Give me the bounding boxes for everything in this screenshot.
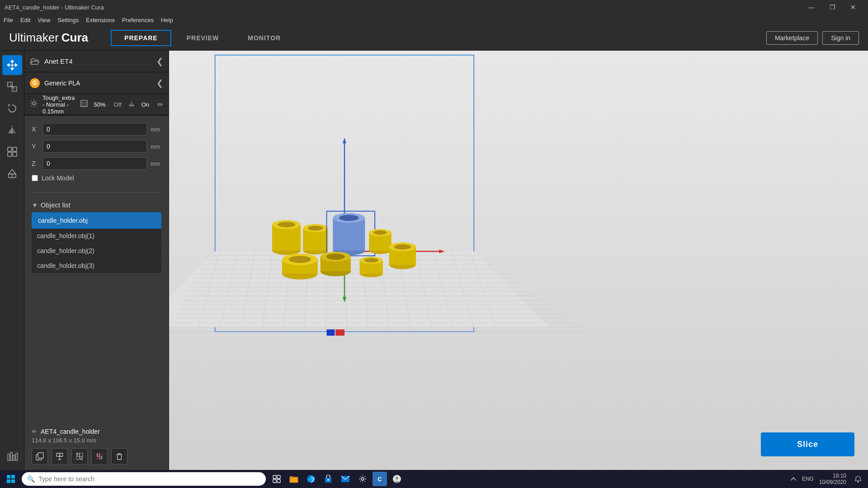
svg-rect-128 [341, 476, 349, 482]
mail-icon[interactable] [338, 472, 353, 486]
x-label: X [32, 126, 39, 133]
panel-divider [32, 192, 161, 193]
file-explorer-icon[interactable] [287, 472, 301, 486]
transform-panel: X mm Y mm Z mm Lock Model [24, 116, 169, 189]
signin-button[interactable]: Sign in [822, 31, 859, 45]
menu-help[interactable]: Help [161, 17, 173, 23]
object-item-2[interactable]: candle_holder.obj(2) [32, 244, 161, 258]
candle-holder-6 [321, 252, 351, 276]
settings-icon[interactable] [355, 472, 370, 486]
edge-browser-icon[interactable] [304, 472, 318, 486]
svg-rect-35 [97, 454, 99, 456]
obj-action-multiply[interactable] [32, 448, 48, 465]
object-name-row: ✏ AET4_candle_holder [32, 428, 161, 435]
app-logo: Ultimaker Cura [9, 31, 88, 45]
object-actions [32, 448, 161, 465]
tab-monitor[interactable]: MONITOR [234, 30, 294, 46]
svg-point-88 [308, 225, 323, 230]
chevron-up-icon[interactable] [790, 476, 797, 482]
slice-button[interactable]: Slice [761, 432, 854, 456]
object-list-title: Object list [41, 201, 71, 209]
svg-rect-28 [57, 453, 60, 456]
minimize-button[interactable]: — [801, 0, 822, 14]
cura-taskbar-icon[interactable]: C [373, 472, 387, 486]
svg-marker-74 [343, 138, 346, 144]
material-badge: ① [30, 78, 40, 88]
tool-per-model[interactable] [2, 142, 22, 162]
tool-custom[interactable] [2, 446, 22, 466]
printer-nav-arrow[interactable]: ❮ [156, 56, 163, 66]
x-coord-row: X mm [32, 123, 161, 136]
printer-folder-icon[interactable]: 🗁 [30, 56, 40, 67]
taskbar-search-input[interactable] [38, 475, 260, 483]
slice-area: Slice [761, 432, 854, 456]
printer-bar: 🗁 Anet ET4 ❮ [24, 51, 169, 72]
svg-point-101 [289, 256, 311, 263]
menu-file[interactable]: File [4, 17, 13, 23]
close-button[interactable]: ✕ [843, 0, 863, 14]
svg-rect-114 [7, 475, 10, 479]
obj-action-delete[interactable] [111, 448, 127, 465]
tool-support[interactable] [2, 164, 22, 183]
tool-scale[interactable] [2, 77, 22, 97]
marketplace-button[interactable]: Marketplace [766, 31, 818, 45]
tab-preview[interactable]: PREVIEW [173, 30, 233, 46]
object-item-0[interactable]: candle_holder.obj [32, 212, 161, 229]
window-title: AET4_candle_holder - Ultimaker Cura [5, 4, 801, 11]
object-item-1[interactable]: candle_holder.obj(1) [32, 229, 161, 244]
y-unit: mm [151, 143, 161, 150]
obj-action-merge[interactable] [52, 448, 68, 465]
object-list-header: ▼ Object list [32, 201, 161, 209]
store-icon[interactable] [321, 472, 335, 486]
adhesion-icon [128, 100, 135, 109]
svg-rect-6 [8, 147, 12, 151]
svg-rect-80 [326, 329, 335, 336]
tool-move[interactable] [2, 55, 22, 75]
object-list-section: ▼ Object list candle_holder.obj candle_h… [24, 197, 169, 422]
lock-model-checkbox[interactable] [32, 175, 38, 181]
titlebar: AET4_candle_holder - Ultimaker Cura — ❐ … [0, 0, 868, 14]
left-panel: 🗁 Anet ET4 ❮ ① Generic PLA ❮ Tough_extra… [24, 51, 169, 470]
menu-preferences[interactable]: Preferences [122, 17, 154, 23]
y-label: Y [32, 143, 39, 150]
object-item-3[interactable]: candle_holder.obj(3) [32, 258, 161, 273]
nav-tabs: PREPARE PREVIEW MONITOR [111, 30, 294, 46]
maximize-button[interactable]: ❐ [822, 0, 843, 14]
settings-edit-icon[interactable]: ✏ [157, 100, 163, 109]
y-input[interactable] [42, 140, 147, 153]
main-toolbar: Ultimaker Cura PREPARE PREVIEW MONITOR M… [0, 25, 868, 51]
tool-mirror[interactable] [2, 120, 22, 140]
tool-rotate[interactable] [2, 99, 22, 118]
obj-action-ungroup[interactable] [91, 448, 108, 465]
collapse-icon[interactable]: ▼ [32, 202, 38, 209]
svg-marker-4 [8, 127, 12, 133]
object-info: ✏ AET4_candle_holder 114.8 x 106.5 x 15.… [24, 422, 169, 470]
menu-extensions[interactable]: Extensions [86, 17, 115, 23]
infill-percent: 50% [94, 101, 106, 108]
unknown-app-icon[interactable] [390, 472, 404, 486]
candle-holder-4 [369, 229, 391, 254]
menu-view[interactable]: View [38, 17, 50, 23]
candle-holder-2 [303, 224, 328, 254]
x-input[interactable] [42, 123, 147, 136]
obj-action-group[interactable] [71, 448, 88, 465]
taskbar-search-box[interactable]: 🔍 [22, 472, 266, 486]
svg-point-129 [361, 478, 364, 480]
candle-holder-3-selected [326, 211, 375, 256]
material-nav-arrow[interactable]: ❮ [156, 78, 163, 88]
menu-edit[interactable]: Edit [20, 17, 30, 23]
menu-settings[interactable]: Settings [57, 17, 79, 23]
3d-viewport[interactable]: Slice [169, 51, 868, 470]
svg-rect-120 [273, 479, 276, 483]
svg-line-37 [96, 453, 103, 460]
notification-button[interactable] [852, 473, 864, 485]
z-input[interactable] [42, 157, 147, 170]
z-unit: mm [151, 160, 161, 167]
start-button[interactable] [4, 472, 18, 486]
svg-rect-27 [38, 453, 43, 458]
tab-prepare[interactable]: PREPARE [111, 30, 171, 46]
menubar: File Edit View Settings Extensions Prefe… [0, 14, 868, 25]
svg-rect-13 [8, 454, 9, 460]
x-unit: mm [151, 126, 161, 133]
task-view-button[interactable] [269, 472, 284, 486]
